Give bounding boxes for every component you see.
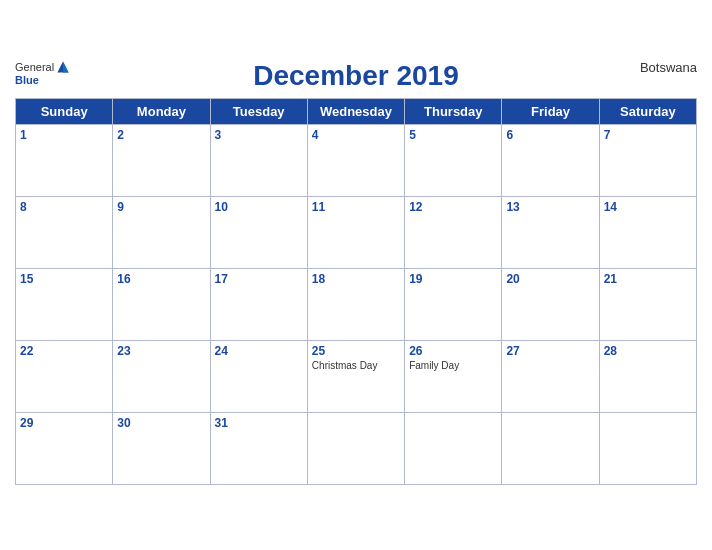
day-number: 4 bbox=[312, 128, 400, 142]
day-cell: 6 bbox=[502, 125, 599, 197]
day-cell: 29 bbox=[16, 413, 113, 485]
day-cell: 14 bbox=[599, 197, 696, 269]
week-row-4: 22232425Christmas Day26Family Day2728 bbox=[16, 341, 697, 413]
day-number: 7 bbox=[604, 128, 692, 142]
calendar-container: General Blue December 2019 Botswana Sund… bbox=[0, 50, 712, 500]
day-number: 5 bbox=[409, 128, 497, 142]
day-number: 17 bbox=[215, 272, 303, 286]
holiday-label: Family Day bbox=[409, 360, 497, 371]
header-wednesday: Wednesday bbox=[307, 99, 404, 125]
day-cell: 19 bbox=[405, 269, 502, 341]
day-number: 1 bbox=[20, 128, 108, 142]
day-cell: 28 bbox=[599, 341, 696, 413]
calendar-header: General Blue December 2019 Botswana bbox=[15, 60, 697, 92]
day-cell: 10 bbox=[210, 197, 307, 269]
day-number: 20 bbox=[506, 272, 594, 286]
week-row-5: 293031 bbox=[16, 413, 697, 485]
day-cell: 24 bbox=[210, 341, 307, 413]
week-row-1: 1234567 bbox=[16, 125, 697, 197]
day-number: 22 bbox=[20, 344, 108, 358]
header-friday: Friday bbox=[502, 99, 599, 125]
day-cell bbox=[599, 413, 696, 485]
day-cell: 2 bbox=[113, 125, 210, 197]
day-number: 27 bbox=[506, 344, 594, 358]
day-cell: 5 bbox=[405, 125, 502, 197]
day-cell: 8 bbox=[16, 197, 113, 269]
day-number: 21 bbox=[604, 272, 692, 286]
calendar-table: Sunday Monday Tuesday Wednesday Thursday… bbox=[15, 98, 697, 485]
day-cell: 9 bbox=[113, 197, 210, 269]
calendar-title: December 2019 bbox=[253, 60, 458, 92]
day-cell: 27 bbox=[502, 341, 599, 413]
day-cell: 25Christmas Day bbox=[307, 341, 404, 413]
day-number: 9 bbox=[117, 200, 205, 214]
logo-icon bbox=[56, 60, 70, 74]
day-cell: 21 bbox=[599, 269, 696, 341]
day-number: 6 bbox=[506, 128, 594, 142]
day-cell: 31 bbox=[210, 413, 307, 485]
day-number: 2 bbox=[117, 128, 205, 142]
day-cell: 11 bbox=[307, 197, 404, 269]
day-number: 26 bbox=[409, 344, 497, 358]
day-number: 24 bbox=[215, 344, 303, 358]
day-cell: 3 bbox=[210, 125, 307, 197]
day-cell: 18 bbox=[307, 269, 404, 341]
day-cell: 1 bbox=[16, 125, 113, 197]
logo-area: General Blue bbox=[15, 60, 70, 86]
day-number: 30 bbox=[117, 416, 205, 430]
day-cell: 13 bbox=[502, 197, 599, 269]
day-number: 28 bbox=[604, 344, 692, 358]
day-cell: 23 bbox=[113, 341, 210, 413]
week-row-3: 15161718192021 bbox=[16, 269, 697, 341]
day-number: 15 bbox=[20, 272, 108, 286]
header-tuesday: Tuesday bbox=[210, 99, 307, 125]
day-cell: 26Family Day bbox=[405, 341, 502, 413]
country-label: Botswana bbox=[640, 60, 697, 75]
day-cell: 16 bbox=[113, 269, 210, 341]
day-cell: 20 bbox=[502, 269, 599, 341]
day-number: 31 bbox=[215, 416, 303, 430]
weekday-header-row: Sunday Monday Tuesday Wednesday Thursday… bbox=[16, 99, 697, 125]
header-thursday: Thursday bbox=[405, 99, 502, 125]
day-number: 14 bbox=[604, 200, 692, 214]
day-number: 23 bbox=[117, 344, 205, 358]
day-number: 12 bbox=[409, 200, 497, 214]
day-cell: 7 bbox=[599, 125, 696, 197]
day-number: 10 bbox=[215, 200, 303, 214]
day-cell bbox=[307, 413, 404, 485]
header-saturday: Saturday bbox=[599, 99, 696, 125]
day-number: 25 bbox=[312, 344, 400, 358]
holiday-label: Christmas Day bbox=[312, 360, 400, 371]
day-cell: 12 bbox=[405, 197, 502, 269]
svg-marker-1 bbox=[63, 61, 69, 72]
day-number: 18 bbox=[312, 272, 400, 286]
day-number: 13 bbox=[506, 200, 594, 214]
logo-blue-text: Blue bbox=[15, 74, 39, 86]
logo-general-text: General bbox=[15, 61, 54, 73]
day-cell bbox=[502, 413, 599, 485]
day-cell: 22 bbox=[16, 341, 113, 413]
day-number: 8 bbox=[20, 200, 108, 214]
day-cell: 15 bbox=[16, 269, 113, 341]
day-cell bbox=[405, 413, 502, 485]
day-number: 19 bbox=[409, 272, 497, 286]
day-cell: 17 bbox=[210, 269, 307, 341]
week-row-2: 891011121314 bbox=[16, 197, 697, 269]
header-sunday: Sunday bbox=[16, 99, 113, 125]
day-cell: 30 bbox=[113, 413, 210, 485]
day-number: 3 bbox=[215, 128, 303, 142]
header-monday: Monday bbox=[113, 99, 210, 125]
day-number: 16 bbox=[117, 272, 205, 286]
day-number: 29 bbox=[20, 416, 108, 430]
day-cell: 4 bbox=[307, 125, 404, 197]
day-number: 11 bbox=[312, 200, 400, 214]
